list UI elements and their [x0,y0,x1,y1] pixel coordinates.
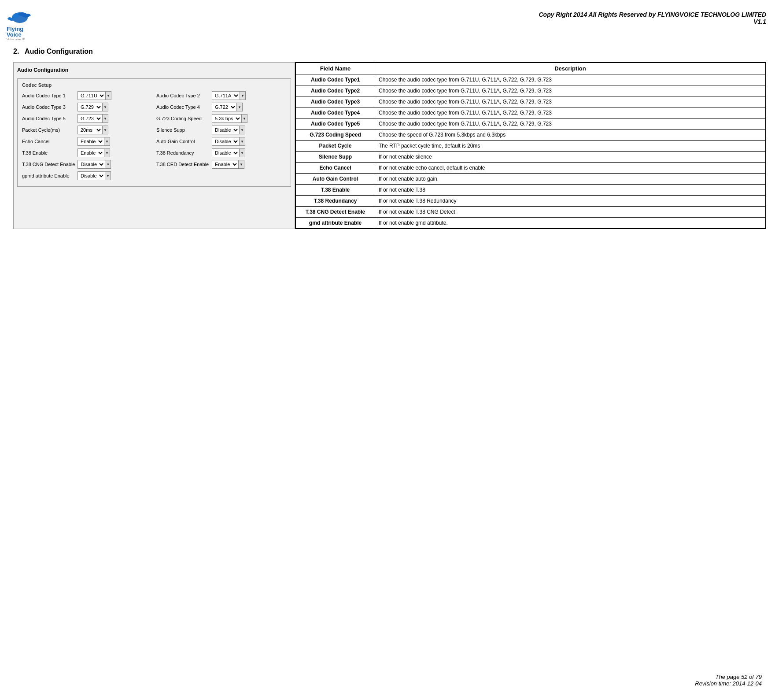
select-codec-type4-input[interactable]: G.722 [212,104,236,110]
select-gpmd-input[interactable]: Disable [78,173,105,179]
select-t38-redundancy[interactable]: Disable ▼ [212,148,245,157]
codec-section-title: Codec Setup [22,82,286,88]
select-t38-redundancy-input[interactable]: Disable [212,150,239,156]
table-cell-field: gmd attribute Enable [296,218,375,229]
select-packet-cycle[interactable]: 20ms ▼ [78,126,108,134]
table-cell-desc: If or not enable T.38 CNG Detect [375,207,766,218]
select-echo-cancel[interactable]: Enable ▼ [78,137,110,146]
table-row: T.38 CNG Detect EnableIf or not enable T… [296,207,766,218]
table-cell-desc: Choose the speed of G.723 from 5.3kbps a… [375,130,766,141]
label-auto-gain: Auto Gain Control [156,139,209,144]
select-arrow-14: ▼ [238,160,244,168]
select-t38-cng-input[interactable]: Disable [78,161,105,167]
select-silence-supp[interactable]: Disable ▼ [212,126,245,134]
select-silence-supp-input[interactable]: Disable [212,127,239,133]
header-right: Copy Right 2014 All Rights Reserved by F… [57,4,766,25]
select-t38-ced[interactable]: Enable ▼ [212,160,244,169]
form-col-right-7: T.38 CED Detect Enable Enable ▼ [156,160,286,169]
select-codec-type3-input[interactable]: G.729 [78,104,102,110]
select-g723-speed-input[interactable]: 5.3k bps [212,115,241,122]
form-col-right-5: Auto Gain Control Disable ▼ [156,137,286,146]
table-row: Audio Codec Type1Choose the audio codec … [296,74,766,85]
table-row: T.38 EnableIf or not enable T.38 [296,185,766,196]
table-row: Audio Codec Type5Choose the audio codec … [296,119,766,130]
label-codec-type5: Audio Codec Type 5 [22,116,75,121]
table-cell-desc: Choose the audio codec type from G.711U,… [375,74,766,85]
table-cell-field: Audio Codec Type4 [296,107,375,119]
page-header: Flying Voice Voice over IP Copy Right 20… [0,0,775,43]
select-t38-enable-input[interactable]: Enable [78,150,104,156]
select-arrow-3: ▼ [102,103,108,111]
select-codec-type2[interactable]: G.711A ▼ [212,91,246,100]
label-codec-type1: Audio Codec Type 1 [22,93,75,98]
select-arrow-12: ▼ [239,149,245,157]
form-row-6: T.38 Enable Enable ▼ T.38 Redundancy Dis… [22,148,286,157]
table-cell-desc: If or not enable gmd attribute. [375,218,766,229]
form-col-left-4: Packet Cycle(ms) 20ms ▼ [22,126,152,134]
label-echo-cancel: Echo Cancel [22,139,75,144]
select-arrow-8: ▼ [239,126,245,134]
table-row: Silence SuppIf or not enable silence [296,152,766,163]
table-row: G.723 Coding SpeedChoose the speed of G.… [296,130,766,141]
form-row-5: Echo Cancel Enable ▼ Auto Gain Control D… [22,137,286,146]
table-cell-field: T.38 Enable [296,185,375,196]
table-cell-field: Packet Cycle [296,141,375,152]
form-row-3: Audio Codec Type 5 G.723 ▼ G.723 Coding … [22,114,286,123]
select-t38-cng[interactable]: Disable ▼ [78,160,111,169]
form-col-left-6: T.38 Enable Enable ▼ [22,148,152,157]
select-arrow-6: ▼ [241,115,247,122]
select-arrow-1: ▼ [105,92,111,100]
table-cell-desc: If or not enable echo cancel, default is… [375,163,766,174]
select-auto-gain-input[interactable]: Disable [212,138,239,144]
select-codec-type4[interactable]: G.722 ▼ [212,103,243,111]
select-codec-type2-input[interactable]: G.711A [212,93,240,99]
page-info: The page 52 of 79 [695,674,762,680]
label-t38-enable: T.38 Enable [22,150,75,156]
table-cell-field: Auto Gain Control [296,174,375,185]
table-cell-field: Audio Codec Type1 [296,74,375,85]
form-col-left-3: Audio Codec Type 5 G.723 ▼ [22,114,152,123]
section-number: 2. [13,48,19,55]
select-arrow-5: ▼ [102,115,108,122]
form-row-1: Audio Codec Type 1 G.711U ▼ Audio Codec … [22,91,286,100]
table-cell-desc: If or not enable T.38 Redundancy [375,196,766,207]
form-col-right-4: Silence Supp Disable ▼ [156,126,286,134]
select-auto-gain[interactable]: Disable ▼ [212,137,245,146]
section-name: Audio Configuration [25,48,93,55]
left-panel: Audio Configuration Codec Setup Audio Co… [13,62,295,229]
form-col-right-1: Audio Codec Type 2 G.711A ▼ [156,91,286,100]
select-codec-type5-input[interactable]: G.723 [78,115,102,122]
select-arrow-4: ▼ [236,103,242,111]
table-cell-field: T.38 Redundancy [296,196,375,207]
select-t38-ced-input[interactable]: Enable [212,161,238,167]
table-row: Packet CycleThe RTP packet cycle time, d… [296,141,766,152]
select-codec-type3[interactable]: G.729 ▼ [78,103,108,111]
section-title: 2. Audio Configuration [0,43,775,62]
select-codec-type5[interactable]: G.723 ▼ [78,114,108,123]
table-row: Audio Codec Type2Choose the audio codec … [296,85,766,96]
select-arrow-9: ▼ [104,137,110,145]
form-col-left-1: Audio Codec Type 1 G.711U ▼ [22,91,152,100]
label-t38-redundancy: T.38 Redundancy [156,150,209,156]
select-codec-type1[interactable]: G.711U ▼ [78,91,111,100]
table-cell-desc: If or not enable auto gain. [375,174,766,185]
select-gpmd[interactable]: Disable ▼ [78,171,111,180]
table-cell-field: T.38 CNG Detect Enable [296,207,375,218]
form-row-8: gpmd attribute Enable Disable ▼ [22,171,286,180]
table-row: T.38 RedundancyIf or not enable T.38 Red… [296,196,766,207]
form-col-right-2: Audio Codec Type 4 G.722 ▼ [156,103,286,111]
select-t38-enable[interactable]: Enable ▼ [78,148,110,157]
select-arrow-11: ▼ [104,149,110,157]
form-row-2: Audio Codec Type 3 G.729 ▼ Audio Codec T… [22,103,286,111]
col-header-desc: Description [375,63,766,74]
select-g723-speed[interactable]: 5.3k bps ▼ [212,114,247,123]
table-cell-desc: Choose the audio codec type from G.711U,… [375,85,766,96]
select-codec-type1-input[interactable]: G.711U [78,93,105,99]
label-codec-type3: Audio Codec Type 3 [22,104,75,110]
label-codec-type2: Audio Codec Type 2 [156,93,209,98]
select-echo-cancel-input[interactable]: Enable [78,138,104,144]
select-arrow-10: ▼ [239,137,245,145]
select-arrow-2: ▼ [240,92,245,100]
select-packet-cycle-input[interactable]: 20ms [78,127,102,133]
label-t38-ced: T.38 CED Detect Enable [156,162,209,167]
